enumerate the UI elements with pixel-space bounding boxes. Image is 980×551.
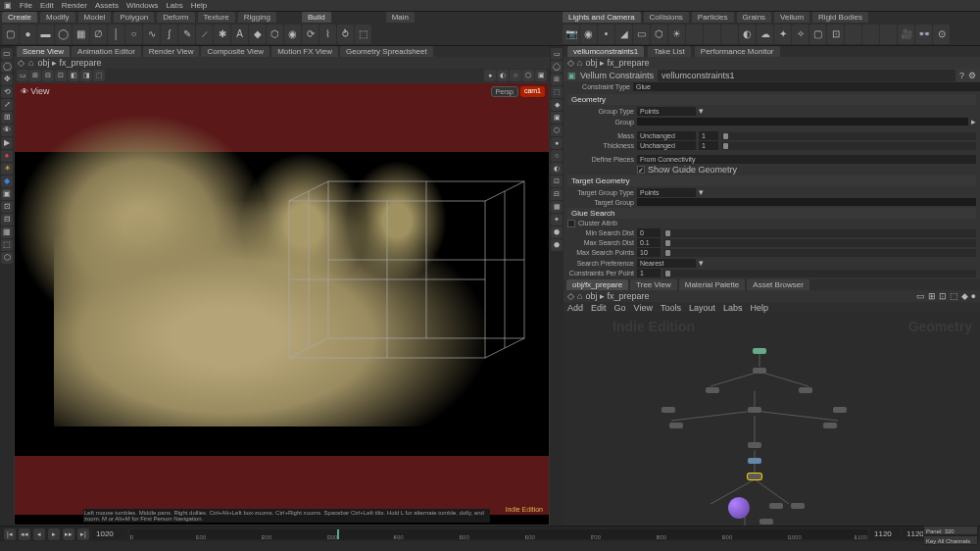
net-tab-asset[interactable]: Asset Browser (747, 279, 809, 290)
viewport-path[interactable]: obj ▸ fx_prepare (37, 58, 101, 68)
slider-mass[interactable] (721, 132, 976, 140)
net-tool-5[interactable]: ◆ (961, 291, 968, 301)
rvt-3[interactable]: ⊞ (551, 74, 563, 85)
menu-file[interactable]: File (20, 1, 32, 10)
pin-icon[interactable]: ◇ (567, 58, 574, 68)
network-node[interactable] (799, 387, 812, 393)
shelf-item[interactable]: ◐ (739, 25, 756, 44)
shelf-tab-modify[interactable]: Modify (40, 12, 75, 23)
shelf-item[interactable]: ⬡ (267, 25, 283, 44)
shelf-item[interactable]: ▦ (73, 25, 89, 44)
shelf-item[interactable] (721, 25, 738, 44)
tool-d-icon[interactable]: ▦ (1, 226, 13, 238)
shelf-item[interactable]: ⌇ (319, 25, 336, 44)
shelf-item[interactable]: ▬ (37, 25, 54, 44)
checkbox-show-guide[interactable] (637, 166, 645, 174)
net-tool-4[interactable]: ⬚ (950, 291, 958, 301)
input-thick-val[interactable]: 1 (699, 141, 718, 150)
shelf-item[interactable]: 📷 (563, 25, 579, 44)
tool-e-icon[interactable]: ⬚ (1, 239, 13, 251)
shelf-tab-polygon[interactable]: Polygon (114, 12, 154, 23)
input-tgt-group[interactable] (637, 198, 976, 206)
tab-anim-editor[interactable]: Animation Editor (72, 46, 141, 57)
tool-c-icon[interactable]: ⊟ (1, 214, 13, 225)
param-tab-perf[interactable]: Performance Monitor (695, 46, 780, 57)
shelf-tab-vellum[interactable]: Vellum (774, 12, 809, 23)
net-menu-help[interactable]: Help (750, 303, 768, 313)
vp-tool-2[interactable]: ⊞ (29, 70, 41, 81)
rvt-11[interactable]: ⊡ (551, 175, 563, 187)
shelf-item[interactable]: ◆ (249, 25, 266, 44)
shelf-item[interactable]: ⟋ (196, 25, 213, 44)
key-all-button[interactable]: Key All Channels (923, 535, 978, 545)
shelf-item[interactable]: ⟳ (302, 25, 318, 44)
network-node[interactable] (760, 519, 773, 525)
checkbox-cluster[interactable] (567, 220, 575, 227)
slider-max-dist[interactable] (663, 239, 976, 247)
tool-render-icon[interactable]: ▶ (1, 137, 13, 149)
input-tgt-group-type[interactable]: Points (637, 188, 696, 197)
pin-icon[interactable]: ◇ (567, 291, 574, 301)
net-menu-view[interactable]: View (634, 303, 653, 313)
shelf-item[interactable]: ∫ (161, 25, 177, 44)
tool-f-icon[interactable]: ⬡ (1, 252, 13, 264)
tool-lasso-icon[interactable]: ◯ (1, 61, 13, 73)
shelf-item[interactable]: ⬡ (651, 25, 667, 44)
shelf-item[interactable]: ● (20, 25, 36, 44)
play-prev-icon[interactable]: ◂◂ (19, 528, 30, 540)
tool-view-icon[interactable]: 👁 (1, 125, 13, 136)
shelf-item[interactable]: ☀ (668, 25, 685, 44)
param-path[interactable]: obj ▸ fx_prepare (585, 58, 649, 68)
network-node[interactable] (662, 407, 675, 413)
menu-windows[interactable]: Windows (126, 1, 158, 10)
shelf-item[interactable]: ◉ (284, 25, 301, 44)
tool-move-icon[interactable]: ✥ (1, 74, 13, 85)
shelf-item[interactable]: ▭ (633, 25, 650, 44)
network-path[interactable]: obj ▸ fx_prepare (585, 291, 649, 301)
net-tool-1[interactable]: ▭ (916, 291, 925, 301)
home-icon[interactable]: ⌂ (577, 58, 582, 68)
shelf-tab-rigging[interactable]: Rigging (238, 12, 276, 23)
play-last-icon[interactable]: ▸| (77, 528, 89, 540)
network-node[interactable] (706, 387, 719, 393)
tool-a-icon[interactable]: ▣ (1, 188, 13, 200)
net-menu-layout[interactable]: Layout (689, 303, 715, 313)
desktop-tab-main[interactable]: Main (386, 12, 415, 23)
menu-edit[interactable]: Edit (40, 1, 54, 10)
shelf-item[interactable]: ▢ (2, 25, 19, 44)
input-min-dist[interactable]: 0 (637, 228, 661, 237)
network-node[interactable] (748, 407, 761, 413)
viewport-3d[interactable]: View Persp cam1 Indie Edition Left mouse… (14, 82, 550, 526)
tool-snap-icon[interactable]: ⊞ (1, 112, 13, 124)
vp-shade-5[interactable]: ▣ (535, 70, 547, 81)
input-mass-val[interactable]: 1 (699, 131, 718, 140)
gear-icon[interactable]: ⚙ (968, 71, 976, 80)
shelf-item[interactable]: ✦ (774, 25, 791, 44)
shelf-tab-texture[interactable]: Texture (198, 12, 235, 23)
shelf-item[interactable]: ✎ (178, 25, 195, 44)
rvt-15[interactable]: ⬢ (551, 226, 563, 238)
input-max-dist[interactable]: 0.1 (637, 238, 661, 247)
chevron-down-icon[interactable]: ▾ (699, 258, 704, 268)
param-tab-takes[interactable]: Take List (648, 46, 691, 57)
shelf-item[interactable]: ⬚ (355, 25, 371, 44)
tab-geo-spread[interactable]: Geometry Spreadsheet (340, 46, 433, 57)
shelf-item[interactable]: ✧ (792, 25, 808, 44)
play-first-icon[interactable]: |◂ (4, 528, 16, 540)
input-define-pieces[interactable]: From Connectivity (637, 155, 976, 164)
net-menu-go[interactable]: Go (614, 303, 626, 313)
rvt-5[interactable]: ◆ (551, 99, 563, 111)
shelf-item[interactable]: 🎥 (898, 25, 914, 44)
rvt-6[interactable]: ▣ (551, 112, 563, 124)
network-node[interactable] (823, 423, 837, 428)
section-glue-search[interactable]: Glue Search (567, 208, 976, 219)
param-tab-node[interactable]: vellumconstraints1 (567, 46, 644, 57)
slider-cpp[interactable] (663, 270, 976, 277)
shelf-tab-particles[interactable]: Particles (692, 12, 734, 23)
net-menu-add[interactable]: Add (567, 303, 583, 313)
network-node-output[interactable] (728, 497, 750, 519)
net-tab-context[interactable]: obj/fx_prepare (566, 279, 628, 290)
tab-render-view[interactable]: Render View (143, 46, 200, 57)
play-fwd-icon[interactable]: ▸ (48, 528, 60, 540)
tool-scale-icon[interactable]: ⤢ (1, 99, 13, 111)
